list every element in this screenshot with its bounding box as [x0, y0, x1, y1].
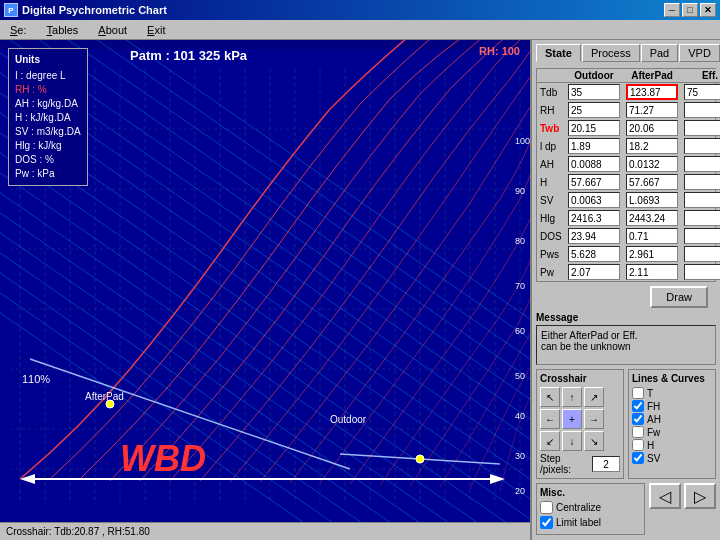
hlg-outdoor-input[interactable]	[568, 210, 620, 226]
units-box: Units I : degree L RH : % AH : kg/kg.DA …	[8, 48, 88, 186]
lines-check-fw[interactable]	[632, 426, 644, 438]
unit-dos: DOS : %	[15, 153, 81, 167]
ch-btn-topright[interactable]: ↗	[584, 387, 604, 407]
tdb-eff-input[interactable]	[684, 84, 720, 100]
crosshair-title: Crosshair	[540, 373, 620, 384]
tdb-afterpad-input[interactable]	[626, 84, 678, 100]
ah-outdoor-input[interactable]	[568, 156, 620, 172]
row-label-twb: Twb	[537, 119, 565, 137]
svg-text:100: 100	[515, 136, 530, 146]
pws-eff-input[interactable]	[684, 246, 720, 262]
svg-text:30: 30	[515, 451, 525, 461]
row-label-ah: AH	[537, 155, 565, 173]
ch-btn-topleft[interactable]: ↖	[540, 387, 560, 407]
misc-check-centralize[interactable]	[540, 501, 553, 514]
bottom-section: Crosshair ↖ ↑ ↗ ← + → ↙ ↓ ↘ Step /pixels…	[536, 369, 716, 479]
rh-afterpad-input[interactable]	[626, 102, 678, 118]
svg-text:20: 20	[515, 486, 525, 496]
pws-outdoor-input[interactable]	[568, 246, 620, 262]
svg-text:40: 40	[515, 411, 525, 421]
svg-text:60: 60	[515, 326, 525, 336]
table-row: SV	[537, 191, 720, 209]
menu-se[interactable]: Se:	[4, 22, 33, 38]
tab-vpd[interactable]: VPD	[679, 44, 720, 62]
lines-label-h: H	[647, 440, 654, 451]
h-afterpad-input[interactable]	[626, 174, 678, 190]
tab-process[interactable]: Process	[582, 44, 640, 62]
ch-btn-center[interactable]: +	[562, 409, 582, 429]
nav-row: ◁ ▷	[649, 483, 716, 509]
twb-outdoor-input[interactable]	[568, 120, 620, 136]
lines-row-h: H	[632, 439, 712, 451]
lines-check-sv[interactable]	[632, 452, 644, 464]
close-button[interactable]: ✕	[700, 3, 716, 17]
maximize-button[interactable]: □	[682, 3, 698, 17]
twb-afterpad-input[interactable]	[626, 120, 678, 136]
dos-eff-input[interactable]	[684, 228, 720, 244]
rh-outdoor-input[interactable]	[568, 102, 620, 118]
minimize-button[interactable]: ─	[664, 3, 680, 17]
ch-btn-left[interactable]: ←	[540, 409, 560, 429]
pw-eff-input[interactable]	[684, 264, 720, 280]
table-row: RH	[537, 101, 720, 119]
lines-check-h[interactable]	[632, 439, 644, 451]
row-label-hlg: Hlg	[537, 209, 565, 227]
row-label-ldp: l dp	[537, 137, 565, 155]
status-text: Crosshair: Tdb:20.87 , RH:51.80	[6, 526, 150, 537]
ah-eff-input[interactable]	[684, 156, 720, 172]
h-eff-input[interactable]	[684, 174, 720, 190]
dos-outdoor-input[interactable]	[568, 228, 620, 244]
hlg-afterpad-input[interactable]	[626, 210, 678, 226]
table-row: l dp	[537, 137, 720, 155]
h-outdoor-input[interactable]	[568, 174, 620, 190]
row-label-h: H	[537, 173, 565, 191]
app-icon: P	[4, 3, 18, 17]
nav-btn-prev[interactable]: ◁	[649, 483, 681, 509]
wbd-label: WBD	[120, 438, 206, 480]
nav-btn-next[interactable]: ▷	[684, 483, 716, 509]
table-row: AH	[537, 155, 720, 173]
step-input[interactable]	[592, 456, 620, 472]
patm-label: Patm : 101 325 kPa	[130, 48, 247, 63]
menu-exit[interactable]: Exit	[141, 22, 171, 38]
tab-state[interactable]: State	[536, 44, 581, 62]
ch-btn-bottomleft[interactable]: ↙	[540, 431, 560, 451]
misc-check-limitlabel[interactable]	[540, 516, 553, 529]
menu-about[interactable]: About	[92, 22, 133, 38]
hlg-eff-input[interactable]	[684, 210, 720, 226]
tdb-outdoor-input[interactable]	[568, 84, 620, 100]
sv-eff-input[interactable]	[684, 192, 720, 208]
menu-bar: Se: Tables About Exit	[0, 20, 720, 40]
ch-btn-top[interactable]: ↑	[562, 387, 582, 407]
ldp-afterpad-input[interactable]	[626, 138, 678, 154]
step-row: Step /pixels:	[540, 453, 620, 475]
window-controls: ─ □ ✕	[664, 3, 716, 17]
lines-check-ah[interactable]	[632, 413, 644, 425]
svg-text:50: 50	[515, 371, 525, 381]
pw-afterpad-input[interactable]	[626, 264, 678, 280]
message-section: Message Either AfterPad or Eff. can be t…	[536, 312, 716, 365]
ldp-eff-input[interactable]	[684, 138, 720, 154]
ch-btn-bottomright[interactable]: ↘	[584, 431, 604, 451]
message-text: Either AfterPad or Eff. can be the unkno…	[541, 330, 638, 352]
svg-text:80: 80	[515, 236, 525, 246]
lines-check-fh[interactable]	[632, 400, 644, 412]
afterpad-chart-label: AfterPad	[85, 391, 124, 402]
tab-pad[interactable]: Pad	[641, 44, 679, 62]
lines-check-t[interactable]	[632, 387, 644, 399]
pws-afterpad-input[interactable]	[626, 246, 678, 262]
ch-btn-right[interactable]: →	[584, 409, 604, 429]
ah-afterpad-input[interactable]	[626, 156, 678, 172]
right-panel: State Process Pad VPD Outdoor AfterPad E…	[530, 40, 720, 540]
sv-outdoor-input[interactable]	[568, 192, 620, 208]
dos-afterpad-input[interactable]	[626, 228, 678, 244]
pw-outdoor-input[interactable]	[568, 264, 620, 280]
rh-eff-input[interactable]	[684, 102, 720, 118]
ldp-outdoor-input[interactable]	[568, 138, 620, 154]
unit-pw: Pw : kPa	[15, 167, 81, 181]
twb-eff-input[interactable]	[684, 120, 720, 136]
menu-tables[interactable]: Tables	[41, 22, 85, 38]
draw-button[interactable]: Draw	[650, 286, 708, 308]
sv-afterpad-input[interactable]	[626, 192, 678, 208]
ch-btn-bottom[interactable]: ↓	[562, 431, 582, 451]
